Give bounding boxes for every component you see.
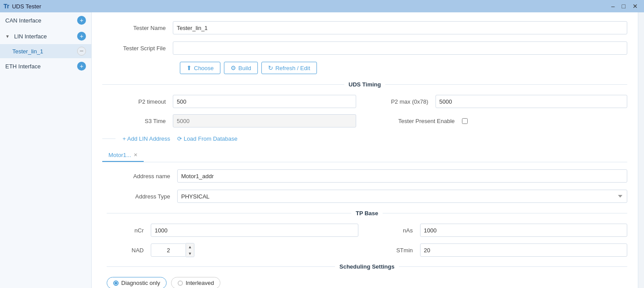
uds-timing-title: UDS Timing (349, 81, 381, 88)
add-address-bar: + Add LIN Address ⟳ Load From Database (102, 134, 627, 144)
tester-present-field: Tester Present Enable (374, 118, 628, 124)
s3-time-label: S3 Time (102, 118, 173, 124)
sidebar-item-lin-interface-label: LIN Interface (14, 33, 47, 40)
divider-left (102, 84, 344, 85)
tester-script-file-label: Tester Script File (102, 45, 173, 52)
address-tab-motor1[interactable]: Motor1... ✕ (102, 149, 144, 162)
lin-interface-add-icon[interactable]: + (77, 32, 86, 41)
sidebar-item-eth-interface[interactable]: ETH Interface + (0, 58, 91, 74)
nad-spinner-controls: ▲ ▼ (186, 243, 194, 257)
ncr-label: nCr (107, 227, 151, 234)
refresh-edit-button-label: Refresh / Edit (275, 65, 310, 71)
address-name-label: Address name (107, 173, 177, 180)
address-name-row: Address name (107, 169, 627, 183)
app-icon: Tr (4, 3, 9, 10)
s3-time-input[interactable] (173, 114, 356, 127)
scheduling-divider: Scheduling Settings (107, 263, 627, 270)
scrollbar[interactable] (638, 12, 644, 288)
stmin-input[interactable] (420, 243, 628, 257)
tester-present-label: Tester Present Enable (374, 118, 462, 124)
p2-row: P2 timeout P2 max (0x78) (102, 95, 627, 108)
tp-base-divider: TP Base (107, 210, 627, 217)
divider-right (385, 84, 627, 85)
sidebar-item-can-interface[interactable]: CAN Interface + (0, 12, 91, 28)
minimize-button[interactable]: – (609, 2, 618, 11)
tester-script-file-row: Tester Script File (102, 41, 627, 55)
app-title: UDS Tester (12, 3, 41, 10)
ncr-input[interactable] (151, 224, 358, 237)
diagnostic-only-label: Diagnostic only (121, 280, 160, 286)
stmin-field: STmin (376, 243, 628, 257)
p2-max-field: P2 max (0x78) (374, 95, 628, 108)
address-type-row: Address Type PHYSICAL FUNCTIONAL (107, 190, 627, 203)
build-button[interactable]: ⚙ Build (224, 62, 258, 74)
add-address-divider-line (102, 138, 115, 139)
nad-decrement-button[interactable]: ▼ (186, 250, 194, 257)
diagnostic-only-radio[interactable]: Diagnostic only (107, 277, 167, 288)
nad-input[interactable] (151, 243, 186, 257)
nad-increment-button[interactable]: ▲ (186, 243, 194, 250)
p2-timeout-label: P2 timeout (102, 98, 173, 105)
main-content: Tester Name Tester Script File ⬆ Choose … (92, 12, 638, 288)
can-interface-add-icon[interactable]: + (77, 16, 86, 25)
tester-lin-1-remove-icon[interactable]: − (77, 47, 86, 56)
p2-timeout-input[interactable] (173, 95, 356, 108)
tester-script-file-input[interactable] (173, 41, 627, 55)
tester-name-input[interactable] (173, 21, 627, 34)
tp-divider-left (107, 213, 351, 213)
p2-max-input[interactable] (436, 95, 628, 108)
choose-button-label: Choose (194, 65, 214, 71)
tp-divider-right (383, 213, 627, 213)
s3-row: S3 Time Tester Present Enable (102, 114, 627, 127)
ncr-field: nCr (107, 224, 358, 237)
stmin-label: STmin (376, 247, 420, 254)
build-button-label: Build (238, 65, 251, 71)
address-form-content: Address name Address Type PHYSICAL FUNCT… (102, 169, 627, 288)
nas-field: nAs (376, 224, 628, 237)
refresh-edit-button[interactable]: ↻ Refresh / Edit (261, 62, 317, 74)
tester-name-row: Tester Name (102, 21, 627, 34)
sidebar-item-tester-lin-1[interactable]: Tester_lin_1 − (0, 44, 91, 58)
load-from-database-button[interactable]: ⟳ Load From Database (177, 135, 238, 142)
window-controls: – □ ✕ (609, 2, 640, 11)
choose-icon: ⬆ (186, 64, 192, 71)
refresh-icon: ↻ (268, 64, 273, 71)
nad-spinner: ▲ ▼ (151, 243, 358, 257)
lin-expand-arrow-icon: ▼ (5, 34, 10, 39)
sidebar-item-lin-interface[interactable]: ▼ LIN Interface + (0, 28, 91, 44)
address-name-input[interactable] (177, 169, 627, 183)
tp-base-title: TP Base (356, 210, 378, 217)
interleaved-label: Interleaved (186, 280, 214, 286)
nas-label: nAs (376, 227, 420, 234)
build-icon: ⚙ (231, 64, 236, 71)
address-tabs: Motor1... ✕ (102, 149, 627, 162)
sidebar-item-eth-interface-label: ETH Interface (5, 63, 41, 70)
tester-present-checkbox[interactable] (462, 118, 468, 124)
address-tab-motor1-close-icon[interactable]: ✕ (134, 152, 138, 158)
scheduling-divider-left (107, 266, 335, 267)
close-button[interactable]: ✕ (630, 2, 640, 11)
interleaved-radio[interactable]: Interleaved (171, 277, 220, 288)
choose-button[interactable]: ⬆ Choose (180, 62, 220, 74)
tester-name-label: Tester Name (102, 25, 173, 31)
p2-timeout-field: P2 timeout (102, 95, 356, 108)
scheduling-options: Diagnostic only Interleaved (107, 277, 627, 288)
eth-interface-add-icon[interactable]: + (77, 62, 86, 71)
nas-input[interactable] (420, 224, 628, 237)
action-buttons-row: ⬆ Choose ⚙ Build ↻ Refresh / Edit (102, 62, 627, 74)
sidebar: CAN Interface + ▼ LIN Interface + Tester… (0, 12, 92, 288)
nad-stmin-row: NAD ▲ ▼ STmin (107, 243, 627, 257)
address-type-label: Address Type (107, 193, 177, 200)
scheduling-title: Scheduling Settings (339, 263, 395, 270)
sidebar-item-can-interface-label: CAN Interface (5, 17, 41, 24)
nad-label: NAD (107, 247, 151, 254)
uds-timing-divider: UDS Timing (102, 81, 627, 88)
ncr-nas-row: nCr nAs (107, 224, 627, 237)
add-lin-address-button[interactable]: + Add LIN Address (123, 135, 170, 142)
restore-button[interactable]: □ (619, 2, 628, 11)
interleaved-radio-circle (178, 281, 183, 286)
address-type-select[interactable]: PHYSICAL FUNCTIONAL (177, 190, 627, 203)
sidebar-child-tester-lin-1-label: Tester_lin_1 (12, 48, 43, 55)
s3-time-field: S3 Time (102, 114, 356, 127)
diagnostic-only-radio-circle (113, 281, 119, 286)
